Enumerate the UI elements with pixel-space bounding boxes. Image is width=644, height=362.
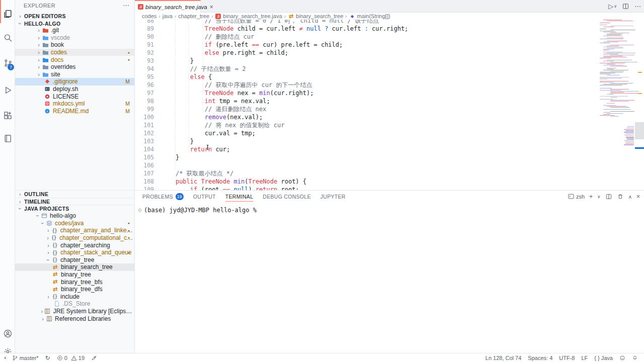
panel-tab-debug-console[interactable]: DEBUG CONSOLE <box>263 191 311 203</box>
split-editor-icon[interactable] <box>622 3 629 10</box>
close-icon[interactable]: × <box>210 4 213 11</box>
code-line-105[interactable]: 105 } <box>135 153 599 161</box>
close-panel-icon[interactable]: × <box>636 193 640 200</box>
remote-indicator[interactable]: ›‹ <box>4 355 6 360</box>
terminal-prompt[interactable]: (base) jyd@JYD-MBP hello-algo % <box>144 207 257 214</box>
code-line-100[interactable]: 100 remove(nex.val); <box>135 113 599 121</box>
java-node-chapter-searching[interactable]: ›{ }chapter_searching <box>15 241 134 249</box>
code-line-109[interactable]: 109 if (root == null) return root; <box>135 186 599 190</box>
panel-tab-problems[interactable]: PROBLEMS19 <box>142 191 184 203</box>
java-node-codes-java[interactable]: ›codes/java● <box>15 220 134 227</box>
java-node-include[interactable]: ›{ }include <box>15 293 134 301</box>
code-line-104[interactable]: 104 return cur; <box>135 145 599 153</box>
breadcrumb-item[interactable]: Jbinary_search_tree.java <box>215 13 282 20</box>
section-outline[interactable]: ›OUTLINE <box>15 190 134 198</box>
editor-scrollbar[interactable] <box>635 20 644 190</box>
java-node-binary-search-tree[interactable]: ⇄binary_search_tree <box>15 263 134 271</box>
file-row-codes[interactable]: ›codes● <box>15 49 134 56</box>
breadcrumb-item[interactable]: chapter_tree <box>178 13 209 19</box>
activity-extensions-icon[interactable] <box>0 107 15 124</box>
file-row-license[interactable]: LICENSE <box>15 93 134 100</box>
code-line-99[interactable]: 99 // 递归删除结点 nex <box>135 105 599 113</box>
file-row-readme-md[interactable]: README.mdM <box>15 108 134 115</box>
java-node-binary-tree-dfs[interactable]: ⇄binary_tree_dfs <box>15 286 134 293</box>
activity-notebook-icon[interactable] <box>0 130 15 147</box>
problems-summary[interactable]: 0 19 <box>57 355 85 361</box>
code-line-108[interactable]: 108 public TreeNode min(TreeNode root) { <box>135 177 599 186</box>
java-node-chapter-computational-complexity[interactable]: ›{ }chapter_computational_complexity● <box>15 234 134 242</box>
maximize-panel-icon[interactable]: ∧ <box>628 194 632 200</box>
java-node-chapter-stack-and-queue[interactable]: ›{ }chapter_stack_and_queue● <box>15 249 134 256</box>
file-row-deploy-sh[interactable]: deploy.sh <box>15 85 134 93</box>
code-line-90[interactable]: 90 // 删除结点 cur <box>135 33 599 41</box>
java-node-chapter-tree[interactable]: ›{ }chapter_tree <box>15 256 134 264</box>
panel-tab-terminal[interactable]: TERMINAL <box>225 191 254 203</box>
file-row-docs[interactable]: ›docs● <box>15 56 134 63</box>
scrollbar-thumb[interactable] <box>635 122 644 139</box>
panel-tab-jupyter[interactable]: JUPYTER <box>320 191 346 203</box>
code-line-95[interactable]: 95 else { <box>135 73 599 81</box>
section-java-projects[interactable]: ›JAVA PROJECTS <box>15 205 134 212</box>
breadcrumb-item[interactable]: ⇄binary_search_tree <box>288 13 343 20</box>
java-node-chapter-array-and-linkedlist[interactable]: ›{ }chapter_array_and_linkedlist● <box>15 227 134 234</box>
indentation[interactable]: Spaces: 4 <box>528 355 552 361</box>
tab-binary-search-tree[interactable]: J binary_search_tree.java × <box>135 0 201 13</box>
shell-selector[interactable]: zsh <box>568 193 585 200</box>
breadcrumb-item[interactable]: java <box>163 13 173 19</box>
code-line-101[interactable]: 101 // 将 nex 的值复制给 cur <box>135 121 599 129</box>
file-row--git[interactable]: ›.git <box>15 27 134 34</box>
code-line-96[interactable]: 96 // 获取中序遍历中 cur 的下一个结点 <box>135 81 599 89</box>
file-row-book[interactable]: ›book <box>15 41 134 49</box>
split-terminal-icon[interactable] <box>605 193 612 200</box>
activity-run-and-debug-icon[interactable] <box>0 81 15 99</box>
cursor-position[interactable]: Ln 128, Col 74 <box>486 355 522 361</box>
file-row-vscode[interactable]: ›vscode <box>15 34 134 42</box>
activity-source-control-icon[interactable]: 7 <box>0 54 15 71</box>
file-row-site[interactable]: ›site <box>15 71 134 78</box>
sync-button[interactable]: ↻ <box>45 354 50 361</box>
code-line-106[interactable]: 106 <box>135 161 599 169</box>
terminal-dropdown-icon[interactable]: ∨ <box>597 194 601 199</box>
breadcrumb-item[interactable]: codes <box>142 13 156 19</box>
activity-search-icon[interactable] <box>0 29 15 46</box>
more-actions-icon[interactable]: ⋯ <box>123 2 129 9</box>
java-node-binary-tree[interactable]: ⇄binary_tree <box>15 271 134 279</box>
file-row-overrides[interactable]: ›overrides <box>15 63 134 71</box>
code-line-92[interactable]: 92 else pre.right = child; <box>135 49 599 57</box>
encoding[interactable]: UTF-8 <box>559 355 575 361</box>
code-line-89[interactable]: 89 TreeNode child = cur.left ≠ null ? cu… <box>135 25 599 33</box>
java-status-rocket-icon[interactable] <box>91 355 97 361</box>
code-line-94[interactable]: 94 // 子结点数量 = 2 <box>135 65 599 73</box>
file-row-mkdocs-yml[interactable]: mkdocs.ymlM <box>15 100 134 108</box>
code-line-98[interactable]: 98 int tmp = nex.val; <box>135 97 599 105</box>
code-line-103[interactable]: 103 } <box>135 137 599 145</box>
code-editor[interactable]: 88 // 当子结点数量 = 0 / 1 时， child = null / 该… <box>135 20 644 190</box>
activity-accounts-icon[interactable] <box>0 325 15 342</box>
more-actions-icon[interactable]: ⋯ <box>634 3 641 10</box>
minimap[interactable] <box>599 20 635 190</box>
java-node-referenced-libraries[interactable]: ›Referenced Libraries <box>15 315 134 322</box>
panel-tab-output[interactable]: OUTPUT <box>193 191 216 203</box>
workspace-root-section[interactable]: › HELLO-ALGO <box>15 20 134 27</box>
java-node-binary-tree-bfs[interactable]: ⇄binary_tree_bfs <box>15 278 134 286</box>
code-line-107[interactable]: 107 /* 获取最小结点 */ <box>135 169 599 177</box>
java-node-hello-algo[interactable]: ›hello-algo <box>15 212 134 220</box>
java-node--ds-store[interactable]: .DS_Store <box>15 300 134 308</box>
code-line-93[interactable]: 93 } <box>135 57 599 65</box>
activity-explorer-icon[interactable] <box>0 5 15 22</box>
notifications-bell-icon[interactable] <box>632 355 638 361</box>
kill-terminal-icon[interactable] <box>617 193 624 200</box>
git-branch-item[interactable]: master* <box>12 355 39 361</box>
open-editors-section[interactable]: › OPEN EDITORS <box>15 12 134 20</box>
code-line-88[interactable]: 88 // 当子结点数量 = 0 / 1 时， child = null / 该… <box>135 20 599 25</box>
file-row--gitignore[interactable]: .gitignoreM <box>15 78 134 85</box>
code-line-102[interactable]: 102 cur.val = tmp; <box>135 129 599 137</box>
section-timeline[interactable]: ›TIMELINE <box>15 198 134 205</box>
breadcrumb-item[interactable]: ◆main(String[]) <box>349 13 390 20</box>
run-button[interactable]: ▷∨ <box>608 3 617 10</box>
language-mode[interactable]: { } Java <box>594 355 613 361</box>
code-line-91[interactable]: 91 if (pre.left == cur) pre.left = child… <box>135 41 599 49</box>
new-terminal-button[interactable]: + <box>589 193 593 200</box>
eol-sequence[interactable]: LF <box>581 355 588 361</box>
code-line-97[interactable]: 97 TreeNode nex = min(cur.right); <box>135 89 599 97</box>
